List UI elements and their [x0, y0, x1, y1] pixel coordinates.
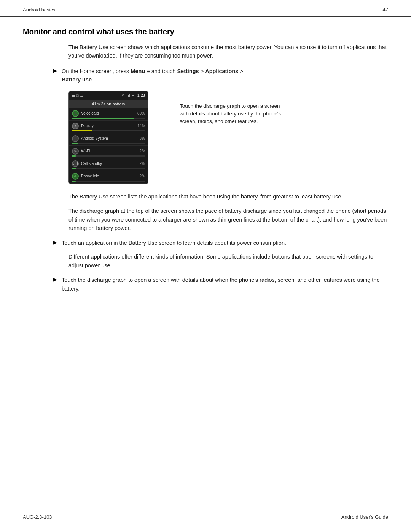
para3-text: Different applications offer different k…: [68, 252, 388, 270]
android-system-label: Android System: [81, 136, 108, 141]
section-title: Monitor and control what uses the batter…: [23, 27, 388, 36]
android-system-icon: [72, 135, 79, 142]
bullet-text-2: Touch an application in the Battery Use …: [62, 239, 286, 247]
status-bar: ☰ □ ☁ ⚙ 1:23: [69, 91, 148, 100]
status-bar-left: ☰ □ ☁: [72, 94, 83, 97]
footer-left: AUG-2.3-103: [23, 514, 52, 520]
cell-standby-pct: 2%: [140, 161, 145, 166]
bullet-arrow-3: ▶: [53, 276, 57, 283]
para2-text: The discharge graph at the top of the sc…: [68, 207, 388, 232]
signal-icon: [126, 94, 130, 97]
battery-item-android-system: Android System 3%: [69, 133, 148, 146]
status-time: 1:23: [137, 93, 145, 97]
para1-text: The Battery Use screen lists the applica…: [68, 192, 388, 201]
intro-text: The Battery Use screen shows which appli…: [68, 43, 388, 60]
header-left: Android basics: [23, 7, 55, 13]
wifi-label: Wi-Fi: [81, 149, 90, 153]
footer-right: Android User's Guide: [341, 514, 388, 520]
cell-standby-label: Cell standby: [81, 161, 102, 166]
bullet-item-1: ▶ On the Home screen, press Menu ≡ and t…: [53, 67, 388, 84]
bullet-arrow-1: ▶: [53, 68, 57, 74]
annotation-area: Touch the discharge graph to open a scre…: [157, 91, 286, 126]
battery-item-display: ! Display 14%: [69, 121, 148, 133]
phone-idle-icon: ◎: [72, 173, 79, 180]
page-footer: AUG-2.3-103 Android User's Guide: [0, 510, 411, 524]
display-label: Display: [81, 124, 94, 128]
voice-calls-icon: 📞: [72, 110, 79, 117]
page-content: Monitor and control what uses the batter…: [0, 27, 411, 321]
battery-item-phone-idle: ◎ Phone idle 2%: [69, 171, 148, 184]
android-system-pct: 3%: [140, 136, 145, 141]
battery-item-cell-standby: Cell standby 2%: [69, 158, 148, 171]
page-header: Android basics 47: [0, 0, 411, 17]
display-pct: 14%: [137, 124, 145, 128]
phone-idle-label: Phone idle: [81, 174, 99, 178]
screenshot-area: ☰ □ ☁ ⚙ 1:23: [68, 91, 388, 184]
bullet-text-1: On the Home screen, press Menu ≡ and tou…: [62, 67, 243, 84]
voice-calls-pct: 80%: [137, 111, 145, 115]
wifi-pct: 2%: [140, 149, 145, 153]
battery-item-voice-calls: 📞 Voice calls 80%: [69, 108, 148, 121]
phone-idle-pct: 2%: [140, 174, 145, 178]
display-icon: !: [72, 123, 79, 129]
phone-screenshot: ☰ □ ☁ ⚙ 1:23: [68, 91, 148, 184]
wifi-icon: ))): [72, 148, 79, 155]
battery-item-wifi: ))) Wi-Fi 2%: [69, 146, 148, 158]
bullet-item-2: ▶ Touch an application in the Battery Us…: [53, 239, 388, 247]
bullet-text-3: Touch the discharge graph to open a scre…: [62, 276, 388, 293]
battery-status-icon: [131, 94, 136, 97]
page-number: 47: [383, 7, 388, 13]
bullet-arrow-2: ▶: [53, 240, 57, 246]
voice-calls-label: Voice calls: [81, 111, 99, 115]
bullet-item-3: ▶ Touch the discharge graph to open a sc…: [53, 276, 388, 293]
battery-header: 41m 3s on battery: [69, 100, 148, 108]
cell-standby-icon: [72, 160, 79, 167]
annotation-text: Touch the discharge graph to open a scre…: [180, 102, 286, 126]
